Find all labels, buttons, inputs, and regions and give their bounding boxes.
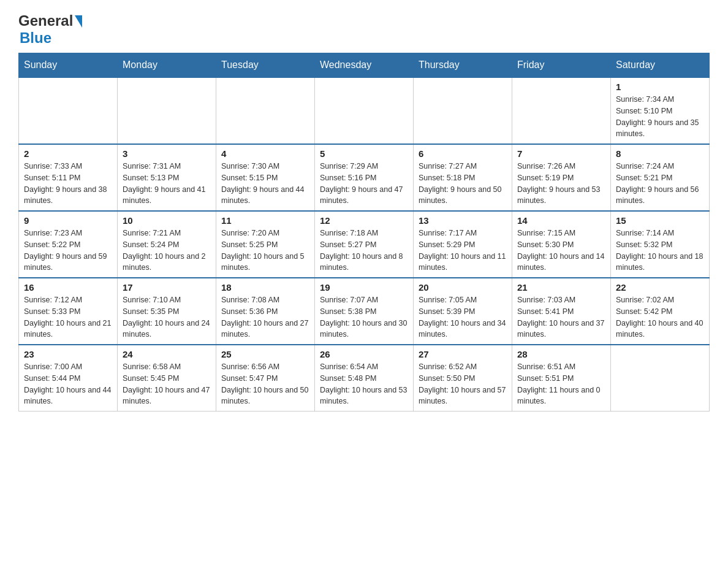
day-info: Sunrise: 7:15 AMSunset: 5:30 PMDaylight:… (517, 228, 605, 274)
logo-blue-text: Blue (20, 29, 51, 47)
day-number: 9 (24, 215, 112, 226)
calendar-cell: 3Sunrise: 7:31 AMSunset: 5:13 PMDaylight… (118, 144, 216, 211)
day-number: 7 (517, 148, 605, 159)
day-number: 25 (221, 349, 309, 359)
day-info: Sunrise: 7:18 AMSunset: 5:27 PMDaylight:… (320, 228, 408, 274)
day-info: Sunrise: 7:26 AMSunset: 5:19 PMDaylight:… (517, 161, 605, 207)
day-info: Sunrise: 6:51 AMSunset: 5:51 PMDaylight:… (517, 361, 605, 407)
day-number: 4 (221, 148, 309, 159)
calendar-week-row-1: 1Sunrise: 7:34 AMSunset: 5:10 PMDaylight… (19, 77, 710, 144)
day-info: Sunrise: 7:23 AMSunset: 5:22 PMDaylight:… (24, 228, 112, 274)
calendar-cell: 15Sunrise: 7:14 AMSunset: 5:32 PMDayligh… (611, 211, 710, 278)
calendar-header-sunday: Sunday (19, 53, 118, 78)
calendar-cell: 11Sunrise: 7:20 AMSunset: 5:25 PMDayligh… (216, 211, 315, 278)
calendar-cell (118, 77, 216, 144)
day-number: 18 (221, 282, 309, 293)
day-info: Sunrise: 7:14 AMSunset: 5:32 PMDaylight:… (616, 228, 704, 274)
calendar-cell: 22Sunrise: 7:02 AMSunset: 5:42 PMDayligh… (611, 278, 710, 345)
day-info: Sunrise: 7:33 AMSunset: 5:11 PMDaylight:… (24, 161, 112, 207)
day-number: 20 (419, 282, 507, 293)
calendar-cell: 13Sunrise: 7:17 AMSunset: 5:29 PMDayligh… (414, 211, 512, 278)
calendar-cell: 24Sunrise: 6:58 AMSunset: 5:45 PMDayligh… (118, 345, 216, 412)
day-number: 11 (221, 215, 309, 226)
day-info: Sunrise: 7:12 AMSunset: 5:33 PMDaylight:… (24, 294, 112, 340)
calendar-cell: 9Sunrise: 7:23 AMSunset: 5:22 PMDaylight… (19, 211, 118, 278)
day-info: Sunrise: 7:05 AMSunset: 5:39 PMDaylight:… (419, 294, 507, 340)
day-number: 13 (419, 215, 507, 226)
day-info: Sunrise: 7:17 AMSunset: 5:29 PMDaylight:… (419, 228, 507, 274)
day-info: Sunrise: 7:20 AMSunset: 5:25 PMDaylight:… (221, 228, 309, 274)
calendar-cell (216, 77, 315, 144)
day-info: Sunrise: 7:21 AMSunset: 5:24 PMDaylight:… (123, 228, 211, 274)
day-number: 19 (320, 282, 408, 293)
logo-general-text: General (18, 12, 73, 29)
calendar-cell: 8Sunrise: 7:24 AMSunset: 5:21 PMDaylight… (611, 144, 710, 211)
day-info: Sunrise: 7:24 AMSunset: 5:21 PMDaylight:… (616, 161, 704, 207)
calendar-header-row: SundayMondayTuesdayWednesdayThursdayFrid… (19, 53, 710, 78)
day-info: Sunrise: 7:00 AMSunset: 5:44 PMDaylight:… (24, 361, 112, 407)
calendar-header-saturday: Saturday (611, 53, 710, 78)
day-info: Sunrise: 7:03 AMSunset: 5:41 PMDaylight:… (517, 294, 605, 340)
calendar-cell: 21Sunrise: 7:03 AMSunset: 5:41 PMDayligh… (512, 278, 611, 345)
day-info: Sunrise: 7:30 AMSunset: 5:15 PMDaylight:… (221, 161, 309, 207)
calendar-cell: 16Sunrise: 7:12 AMSunset: 5:33 PMDayligh… (19, 278, 118, 345)
calendar-week-row-3: 9Sunrise: 7:23 AMSunset: 5:22 PMDaylight… (19, 211, 710, 278)
calendar-header-wednesday: Wednesday (315, 53, 414, 78)
calendar-cell (315, 77, 414, 144)
day-number: 17 (123, 282, 211, 293)
day-number: 27 (419, 349, 507, 359)
calendar-cell (512, 77, 611, 144)
calendar-cell: 19Sunrise: 7:07 AMSunset: 5:38 PMDayligh… (315, 278, 414, 345)
page-header: General Blue (18, 12, 710, 47)
calendar-table: SundayMondayTuesdayWednesdayThursdayFrid… (18, 53, 710, 412)
calendar-cell (414, 77, 512, 144)
day-number: 5 (320, 148, 408, 159)
day-info: Sunrise: 7:07 AMSunset: 5:38 PMDaylight:… (320, 294, 408, 340)
calendar-cell: 4Sunrise: 7:30 AMSunset: 5:15 PMDaylight… (216, 144, 315, 211)
day-info: Sunrise: 6:56 AMSunset: 5:47 PMDaylight:… (221, 361, 309, 407)
calendar-cell: 12Sunrise: 7:18 AMSunset: 5:27 PMDayligh… (315, 211, 414, 278)
calendar-cell: 26Sunrise: 6:54 AMSunset: 5:48 PMDayligh… (315, 345, 414, 412)
day-info: Sunrise: 7:34 AMSunset: 5:10 PMDaylight:… (616, 94, 704, 140)
calendar-cell: 7Sunrise: 7:26 AMSunset: 5:19 PMDaylight… (512, 144, 611, 211)
calendar-cell: 17Sunrise: 7:10 AMSunset: 5:35 PMDayligh… (118, 278, 216, 345)
day-info: Sunrise: 7:31 AMSunset: 5:13 PMDaylight:… (123, 161, 211, 207)
calendar-cell: 20Sunrise: 7:05 AMSunset: 5:39 PMDayligh… (414, 278, 512, 345)
day-number: 16 (24, 282, 112, 293)
calendar-header-monday: Monday (118, 53, 216, 78)
calendar-week-row-4: 16Sunrise: 7:12 AMSunset: 5:33 PMDayligh… (19, 278, 710, 345)
day-info: Sunrise: 7:08 AMSunset: 5:36 PMDaylight:… (221, 294, 309, 340)
day-number: 15 (616, 215, 704, 226)
day-info: Sunrise: 7:10 AMSunset: 5:35 PMDaylight:… (123, 294, 211, 340)
calendar-cell: 2Sunrise: 7:33 AMSunset: 5:11 PMDaylight… (19, 144, 118, 211)
calendar-cell: 6Sunrise: 7:27 AMSunset: 5:18 PMDaylight… (414, 144, 512, 211)
calendar-cell: 5Sunrise: 7:29 AMSunset: 5:16 PMDaylight… (315, 144, 414, 211)
calendar-cell (19, 77, 118, 144)
day-number: 3 (123, 148, 211, 159)
day-info: Sunrise: 6:54 AMSunset: 5:48 PMDaylight:… (320, 361, 408, 407)
day-number: 10 (123, 215, 211, 226)
logo-triangle-icon (75, 15, 82, 28)
day-number: 1 (616, 82, 704, 92)
calendar-cell: 10Sunrise: 7:21 AMSunset: 5:24 PMDayligh… (118, 211, 216, 278)
calendar-header-friday: Friday (512, 53, 611, 78)
day-number: 26 (320, 349, 408, 359)
calendar-week-row-2: 2Sunrise: 7:33 AMSunset: 5:11 PMDaylight… (19, 144, 710, 211)
calendar-header-tuesday: Tuesday (216, 53, 315, 78)
day-number: 2 (24, 148, 112, 159)
day-info: Sunrise: 7:02 AMSunset: 5:42 PMDaylight:… (616, 294, 704, 340)
day-info: Sunrise: 7:27 AMSunset: 5:18 PMDaylight:… (419, 161, 507, 207)
calendar-cell: 18Sunrise: 7:08 AMSunset: 5:36 PMDayligh… (216, 278, 315, 345)
calendar-cell: 1Sunrise: 7:34 AMSunset: 5:10 PMDaylight… (611, 77, 710, 144)
calendar-header-thursday: Thursday (414, 53, 512, 78)
day-number: 28 (517, 349, 605, 359)
calendar-cell (611, 345, 710, 412)
day-info: Sunrise: 6:58 AMSunset: 5:45 PMDaylight:… (123, 361, 211, 407)
logo: General Blue (18, 12, 82, 47)
calendar-cell: 28Sunrise: 6:51 AMSunset: 5:51 PMDayligh… (512, 345, 611, 412)
day-number: 12 (320, 215, 408, 226)
calendar-cell: 23Sunrise: 7:00 AMSunset: 5:44 PMDayligh… (19, 345, 118, 412)
calendar-cell: 25Sunrise: 6:56 AMSunset: 5:47 PMDayligh… (216, 345, 315, 412)
day-info: Sunrise: 6:52 AMSunset: 5:50 PMDaylight:… (419, 361, 507, 407)
day-number: 21 (517, 282, 605, 293)
